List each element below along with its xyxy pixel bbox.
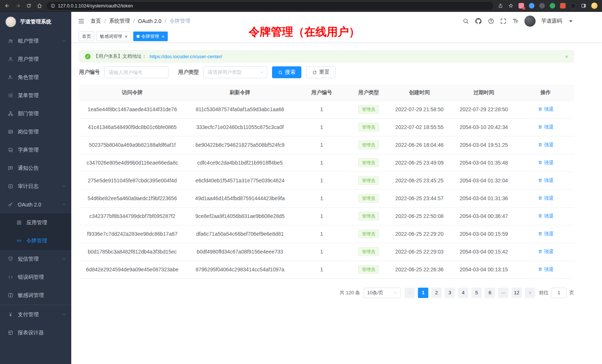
sidebar-item-tenant[interactable]: 租户管理 [0, 32, 71, 50]
sidebar-item-report-designer[interactable]: 报表设计器 [0, 324, 71, 342]
page-size-select[interactable]: 10条/页 [364, 288, 401, 298]
tab-close-icon[interactable]: × [125, 34, 128, 39]
next-page-button[interactable] [525, 288, 535, 298]
sidebar-item-sensitive-word[interactable]: 敏感词管理 [0, 286, 71, 304]
breadcrumb-item[interactable]: 首页 [91, 18, 101, 24]
sidebar-item-audit-log[interactable]: 审计日志 [0, 177, 71, 195]
goto-page-input[interactable] [551, 288, 567, 298]
force-logout-label: 强退 [544, 195, 554, 202]
user-type-select[interactable]: 请选择用户类型 [203, 66, 267, 78]
sidebar-item-post[interactable]: 岗位管理 [0, 123, 71, 141]
force-logout-button[interactable]: 强退 [538, 142, 554, 148]
sidebar-item-oauth2[interactable]: OAuth 2.0 [0, 195, 71, 214]
fullscreen-icon[interactable] [500, 18, 507, 24]
access-token-cell: b0d1785bc3a8482f812db4a3f3bd15ec [79, 243, 186, 261]
table-row: f9336e7c7dd242a283ee98dc86b17a87dfa6c71a… [79, 225, 574, 243]
page-button-5[interactable]: 5 [471, 288, 482, 298]
page-button-2[interactable]: 2 [431, 288, 442, 298]
user-type-badge: 管理员 [358, 247, 379, 257]
sidebar-item-pay[interactable]: 支付管理 [0, 305, 71, 324]
breadcrumb-separator: / [104, 18, 106, 24]
username[interactable]: 芋道源码 [541, 18, 562, 24]
hamburger-icon[interactable] [78, 18, 85, 24]
forward-icon[interactable] [15, 3, 21, 9]
tab-home[interactable]: 首页 [79, 32, 94, 41]
user-type-badge: 管理员 [358, 158, 379, 168]
browser-profile-avatar[interactable] [591, 3, 598, 9]
sidebar-item-user[interactable]: 用户管理 [0, 50, 71, 68]
force-logout-button[interactable]: 强退 [538, 248, 554, 255]
search-button-label: 搜索 [285, 69, 295, 76]
force-logout-button[interactable]: 强退 [538, 266, 554, 273]
extension-icon[interactable] [539, 3, 545, 9]
tab-oauth2-token[interactable]: 令牌管理× [133, 32, 168, 41]
sidebar-item-error-code[interactable]: 错误码管理 [0, 268, 71, 286]
yen-icon [8, 312, 13, 317]
expire-time-cell: 2054-03-04 01:32:04 [450, 172, 517, 189]
force-logout-button[interactable]: 强退 [538, 106, 554, 113]
breadcrumb-item[interactable]: 系统管理 [109, 18, 130, 24]
sidebar-item-sms[interactable]: 短信管理 [0, 250, 71, 268]
back-icon[interactable] [4, 3, 10, 9]
chevron-down-icon[interactable] [567, 18, 574, 24]
font-size-icon[interactable] [512, 18, 519, 24]
sidebar-item-menu[interactable]: 菜单管理 [0, 86, 71, 105]
home-icon[interactable] [37, 3, 42, 9]
reload-icon[interactable] [26, 3, 32, 9]
page-button-1[interactable]: 1 [418, 288, 428, 298]
alert-close-icon[interactable]: × [565, 54, 568, 59]
menu-icon [8, 93, 13, 98]
doc-link[interactable]: https://doc.iocoder.cn/user-center/ [150, 54, 222, 59]
page-button-3[interactable]: 3 [445, 288, 455, 298]
user-id-input[interactable] [104, 66, 169, 78]
sidebar-item-label: 令牌管理 [26, 238, 66, 244]
search-button[interactable]: 搜索 [272, 66, 301, 78]
sidebar-item-notice[interactable]: 通知公告 [0, 159, 71, 177]
extension-icon[interactable] [529, 3, 534, 9]
force-logout-label: 强退 [544, 177, 554, 184]
sidebar-item-dept[interactable]: 部门管理 [0, 105, 71, 123]
page-button-4[interactable]: 4 [458, 288, 468, 298]
extension-icon[interactable] [518, 3, 524, 9]
force-logout-button[interactable]: 强退 [538, 195, 554, 202]
sidebar-item-label: 租户管理 [18, 38, 58, 44]
help-icon[interactable] [488, 18, 494, 24]
reset-button[interactable]: 重置 [306, 66, 336, 78]
breadcrumb-item[interactable]: OAuth 2.0 [138, 18, 161, 24]
sidebar-toggle-icon[interactable] [581, 3, 586, 9]
prev-page-button[interactable] [405, 288, 415, 298]
force-logout-button[interactable]: 强退 [538, 124, 554, 130]
app-icon [16, 220, 22, 225]
force-logout-button[interactable]: 强退 [538, 213, 554, 219]
dict-icon [8, 147, 13, 153]
tab-sensitive-word[interactable]: 敏感词管理× [96, 32, 131, 41]
sidebar-item-oauth2-token[interactable]: 令牌管理 [0, 232, 71, 250]
user-type-badge: 管理员 [358, 105, 379, 114]
extension-icon[interactable] [570, 3, 576, 9]
extension-icon[interactable] [560, 3, 566, 9]
sidebar-item-oauth2-app[interactable]: 应用管理 [0, 214, 71, 232]
github-icon[interactable] [475, 17, 482, 25]
force-logout-button[interactable]: 强退 [538, 177, 554, 184]
user-avatar[interactable] [524, 16, 536, 27]
url-bar[interactable]: 127.0.0.1:1024/system/oauth2/token [47, 2, 493, 10]
page-button-6[interactable]: 6 [485, 288, 495, 298]
force-logout-button[interactable]: 强退 [538, 159, 554, 166]
main-area: 首页/系统管理/OAuth 2.0/令牌管理 芋道源码 首页敏感词管理×令牌管理… [71, 12, 602, 364]
app-logo[interactable]: 芋道管理系统 [0, 12, 71, 32]
share-icon[interactable] [498, 3, 503, 9]
sidebar-item-role[interactable]: 角色管理 [0, 68, 71, 86]
page-button-12[interactable]: 12 [511, 288, 522, 298]
sidebar-item-label: 岗位管理 [18, 129, 66, 135]
sidebar-item-dict[interactable]: 字典管理 [0, 141, 71, 159]
bookmark-star-icon[interactable] [508, 3, 514, 9]
sidebar-divider [0, 305, 71, 305]
code-icon [8, 274, 13, 280]
chevron-down-icon [259, 70, 264, 75]
tab-close-icon[interactable]: × [162, 34, 165, 39]
extension-icon[interactable] [550, 3, 555, 9]
force-logout-button[interactable]: 强退 [538, 231, 554, 237]
page-ellipsis[interactable]: ··· [498, 288, 508, 298]
search-icon[interactable] [462, 18, 469, 24]
site-info-icon[interactable] [50, 3, 55, 8]
